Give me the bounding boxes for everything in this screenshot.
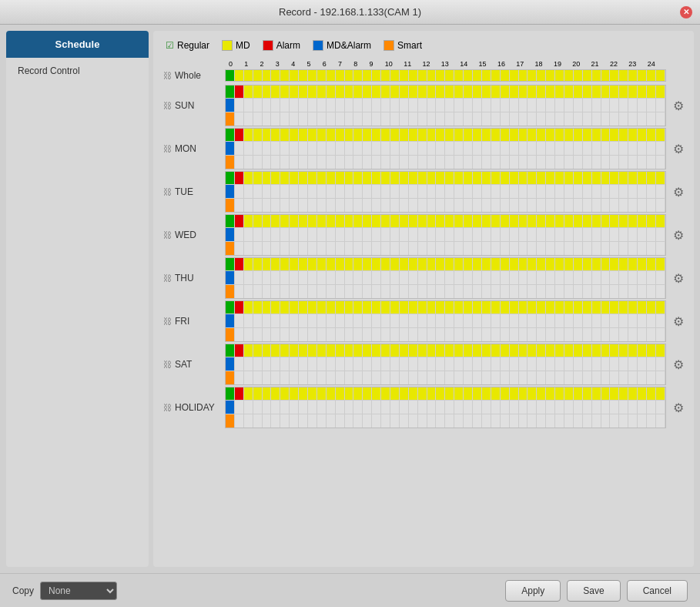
time-1: 1 [244,60,260,68]
time-4: 4 [291,60,306,68]
legend-alarm: Alarm [263,40,300,51]
bottom-buttons: Apply Save Cancel [505,580,688,602]
main-content: Schedule Record Control ☑ Regular MD Ala… [0,25,700,573]
day-label-holiday: HOLIDAY [175,402,225,413]
alarm-color-swatch [263,40,273,51]
gear-button-tue[interactable]: ⚙ [669,183,688,201]
time-20: 20 [572,60,591,68]
apply-button[interactable]: Apply [505,580,561,602]
time-0: 0 [229,60,244,68]
legend: ☑ Regular MD Alarm MD&Alarm Smart [159,37,688,54]
legend-md-label: MD [236,40,250,51]
time-8: 8 [353,60,369,68]
sidebar-item-schedule[interactable]: Schedule [6,31,149,58]
legend-smart: Smart [383,40,422,51]
window-title: Record - 192.168.1.133(CAM 1) [279,6,421,18]
gear-button-holiday[interactable]: ⚙ [669,398,688,417]
copy-select[interactable]: None [40,582,117,600]
time-14: 14 [460,60,478,68]
time-18: 18 [535,60,554,68]
day-grid-sun[interactable] [225,85,666,126]
sidebar: Schedule Record Control [6,31,149,567]
link-icon-thu: ⛓ [159,273,175,283]
time-11: 11 [404,60,422,68]
day-label-mon: MON [175,143,225,154]
gear-button-fri[interactable]: ⚙ [669,312,688,330]
link-icon-sun: ⛓ [159,101,175,110]
day-label-thu: THU [175,273,225,283]
day-row-sat: ⛓SAT⚙ [159,344,688,385]
time-9: 9 [370,60,385,68]
day-label-sat: SAT [175,359,225,370]
link-icon-tue: ⛓ [159,187,175,196]
time-7: 7 [338,60,353,68]
time-13: 13 [441,60,460,68]
day-grid-fri[interactable] [225,300,666,342]
day-row-thu: ⛓THU⚙ [159,257,688,299]
time-header: 0 1 2 3 4 5 6 7 8 9 10 11 12 13 14 15 16… [229,60,666,68]
day-row-wed: ⛓WED⚙ [159,214,688,256]
time-6: 6 [323,60,338,68]
gear-button-thu[interactable]: ⚙ [669,269,688,287]
schedule-panel: ☑ Regular MD Alarm MD&Alarm Smart [153,31,694,567]
gear-button-wed[interactable]: ⚙ [669,226,688,244]
check-icon: ☑ [166,40,174,51]
cancel-button[interactable]: Cancel [627,580,688,602]
legend-smart-label: Smart [397,40,422,51]
time-24: 24 [648,60,666,68]
day-grid-sat[interactable] [225,344,666,385]
smart-color-swatch [383,40,394,51]
day-grid-mon[interactable] [225,128,666,169]
md-alarm-color-swatch [313,40,323,51]
day-grid-tue[interactable] [225,171,666,213]
time-21: 21 [591,60,610,68]
time-22: 22 [610,60,628,68]
day-grid-wed[interactable] [225,214,666,256]
day-row-fri: ⛓FRI⚙ [159,300,688,342]
legend-md-alarm: MD&Alarm [313,40,371,51]
whole-label: Whole [175,70,225,81]
whole-row: ⛓ Whole [159,69,688,82]
gear-button-sun[interactable]: ⚙ [669,96,688,115]
link-icon-holiday: ⛓ [159,403,175,412]
time-23: 23 [628,60,647,68]
time-2: 2 [260,60,276,68]
link-icon-mon: ⛓ [159,144,175,153]
gear-button-sat[interactable]: ⚙ [669,355,688,374]
copy-label: Copy [12,585,34,596]
time-15: 15 [479,60,497,68]
legend-alarm-label: Alarm [276,40,300,51]
legend-regular: ☑ Regular [166,40,209,51]
close-button[interactable]: ✕ [680,6,692,18]
day-label-fri: FRI [175,316,225,327]
legend-md: MD [222,40,250,51]
legend-regular-label: Regular [177,40,209,51]
time-19: 19 [554,60,572,68]
day-label-wed: WED [175,230,225,240]
md-color-swatch [222,40,233,51]
day-row-tue: ⛓TUE⚙ [159,171,688,213]
save-button[interactable]: Save [567,580,620,602]
day-row-mon: ⛓MON⚙ [159,128,688,169]
time-labels-row: 0 1 2 3 4 5 6 7 8 9 10 11 12 13 14 15 16… [229,60,666,68]
link-icon-fri: ⛓ [159,317,175,326]
legend-md-alarm-label: MD&Alarm [327,40,371,51]
whole-grid[interactable] [225,69,666,82]
time-5: 5 [306,60,322,68]
title-bar: Record - 192.168.1.133(CAM 1) ✕ [0,0,700,25]
time-3: 3 [276,60,291,68]
time-10: 10 [385,60,404,68]
day-row-sun: ⛓SUN⚙ [159,85,688,126]
link-icon-sat: ⛓ [159,360,175,369]
day-row-holiday: ⛓HOLIDAY⚙ [159,387,688,428]
day-grid-thu[interactable] [225,257,666,299]
day-grid-holiday[interactable] [225,387,666,428]
time-12: 12 [423,60,441,68]
sidebar-item-record-control[interactable]: Record Control [6,58,149,84]
day-label-sun: SUN [175,100,225,111]
time-16: 16 [497,60,516,68]
bottom-bar: Copy None Apply Save Cancel [0,573,700,607]
gear-button-mon[interactable]: ⚙ [669,139,688,158]
whole-link-icon: ⛓ [159,71,175,80]
link-icon-wed: ⛓ [159,230,175,240]
